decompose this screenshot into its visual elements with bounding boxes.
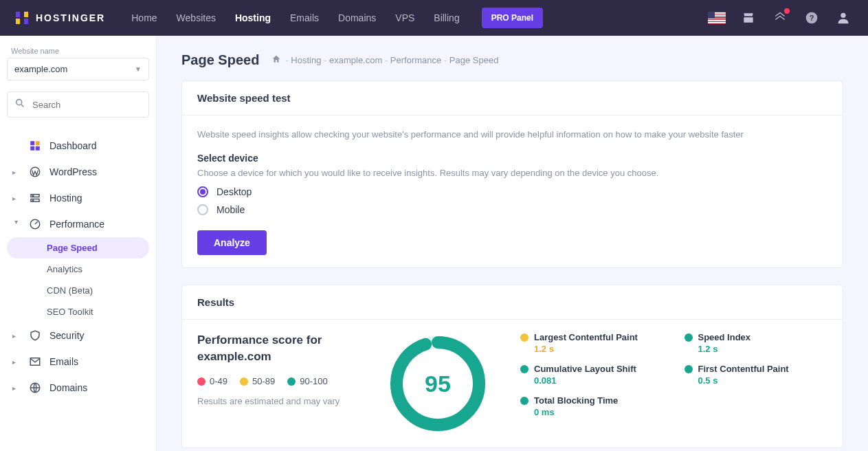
breadcrumb-item[interactable]: example.com (329, 55, 382, 65)
select-device-label: Select device (197, 153, 827, 164)
wp-icon (29, 166, 41, 178)
svg-rect-5 (36, 141, 40, 145)
legend-item: 90-100 (287, 376, 327, 386)
device-option-mobile[interactable]: Mobile (197, 204, 827, 215)
radio-icon (197, 204, 208, 215)
sidebar-item-domains[interactable]: ▸Domains (7, 375, 149, 401)
brand-logo[interactable]: HOSTINGER (14, 10, 105, 26)
chevron-icon: ▸ (12, 332, 21, 340)
website-selector-value: example.com (14, 64, 67, 74)
chevron-down-icon: ▼ (135, 65, 142, 73)
results-note: Results are estimated and may vary (197, 395, 355, 408)
results-card: Results Performance score for example.co… (181, 285, 843, 448)
nav-vps[interactable]: VPS (386, 7, 424, 29)
security-icon (29, 329, 41, 342)
chevron-icon: ▸ (12, 168, 21, 176)
analyze-button[interactable]: Analyze (197, 230, 267, 255)
sidebar-label: WordPress (49, 166, 97, 177)
breadcrumb-item[interactable]: Page Speed (449, 55, 499, 65)
nav-domains[interactable]: Domains (329, 7, 386, 29)
metric-total-blocking-time: Total Blocking Time0 ms (520, 395, 664, 417)
sidebar-item-performance[interactable]: ▸Performance (7, 211, 149, 237)
legend-item: 50-89 (240, 376, 275, 386)
metrics-grid: Largest Contentful Paint1.2 sSpeed Index… (520, 332, 827, 417)
sidebar-label: Performance (49, 219, 104, 230)
nav-billing[interactable]: Billing (424, 7, 469, 29)
sidebar-label: Security (49, 330, 85, 341)
sidebar: Website name example.com ▼ Dashboard▸Wor… (0, 36, 157, 451)
pro-panel-button[interactable]: PRO Panel (482, 8, 543, 28)
page-title: Page Speed (181, 52, 259, 68)
nav-emails[interactable]: Emails (280, 7, 329, 29)
score-heading: Performance score for example.com (197, 332, 355, 365)
top-nav: HOSTINGER HomeWebsitesHostingEmailsDomai… (0, 0, 868, 36)
breadcrumb: - Hosting - example.com - Performance - … (271, 54, 498, 66)
score-legend: 0-4950-8990-100 (197, 376, 355, 386)
radio-icon (197, 186, 208, 197)
sidebar-label: Dashboard (49, 140, 97, 151)
account-icon[interactable] (832, 7, 854, 29)
select-device-desc: Choose a device for which you would like… (197, 166, 827, 180)
card-title: Website speed test (182, 81, 843, 116)
nav-hosting[interactable]: Hosting (225, 7, 280, 29)
svg-point-3 (16, 100, 22, 105)
locale-flag-icon[interactable] (706, 7, 728, 29)
sidebar-label: Emails (49, 356, 78, 367)
sidebar-sub-seo-toolkit[interactable]: SEO Toolkit (7, 301, 149, 322)
chevron-icon: ▸ (12, 384, 21, 392)
sidebar-label: Hosting (49, 192, 82, 204)
breadcrumb-item[interactable]: Hosting (291, 55, 321, 65)
store-icon[interactable] (737, 7, 759, 29)
svg-text:?: ? (810, 14, 814, 22)
svg-point-2 (841, 13, 845, 18)
search-input[interactable] (32, 100, 142, 110)
sidebar-item-wordpress[interactable]: ▸WordPress (7, 159, 149, 185)
nav-home[interactable]: Home (122, 7, 166, 29)
breadcrumb-item[interactable]: Performance (390, 55, 441, 65)
sidebar-sub-page-speed[interactable]: Page Speed (7, 237, 149, 258)
chevron-icon: ▸ (13, 220, 21, 228)
svg-rect-7 (36, 146, 40, 151)
nav-websites[interactable]: Websites (167, 7, 225, 29)
metric-speed-index: Speed Index1.2 s (685, 332, 828, 354)
legend-item: 0-49 (197, 376, 227, 386)
score-gauge: 95 (386, 332, 489, 435)
svg-rect-4 (30, 141, 34, 145)
notifications-icon[interactable] (769, 7, 791, 29)
sidebar-sub-cdn-beta-[interactable]: CDN (Beta) (7, 280, 149, 301)
website-selector-label: Website name (11, 47, 149, 55)
sidebar-label: Domains (49, 382, 87, 393)
svg-rect-6 (30, 146, 34, 151)
logo-icon (14, 10, 30, 26)
sidebar-item-security[interactable]: ▸Security (7, 322, 149, 349)
sidebar-sub-analytics[interactable]: Analytics (7, 258, 149, 280)
metric-largest-contentful-paint: Largest Contentful Paint1.2 s (520, 332, 664, 354)
sidebar-item-dashboard[interactable]: Dashboard (7, 133, 149, 159)
sidebar-item-hosting[interactable]: ▸Hosting (7, 185, 149, 211)
chevron-icon: ▸ (12, 195, 21, 202)
score-value: 95 (386, 332, 489, 435)
speed-test-card: Website speed test Website speed insight… (181, 80, 843, 268)
svg-point-12 (32, 200, 34, 201)
svg-point-11 (32, 195, 34, 197)
metric-first-contentful-paint: First Contentful Paint0.5 s (685, 364, 828, 386)
sidebar-item-emails[interactable]: ▸Emails (7, 349, 149, 375)
search-icon (14, 98, 25, 111)
main-content: Page Speed - Hosting - example.com - Per… (157, 36, 868, 451)
radio-label: Desktop (216, 186, 252, 197)
device-option-desktop[interactable]: Desktop (197, 186, 827, 197)
home-icon[interactable] (271, 54, 281, 66)
help-icon[interactable]: ? (801, 7, 823, 29)
sidebar-search[interactable] (7, 91, 149, 118)
results-title: Results (182, 285, 843, 320)
emails-icon (29, 355, 41, 368)
card-description: Website speed insights allow checking yo… (197, 128, 827, 142)
website-selector[interactable]: example.com ▼ (7, 58, 149, 80)
domains-icon (29, 382, 41, 394)
chevron-icon: ▸ (12, 358, 21, 366)
radio-label: Mobile (216, 204, 245, 215)
hosting-icon (29, 192, 41, 204)
metric-cumulative-layout-shift: Cumulative Layout Shift0.081 (520, 364, 664, 386)
perf-icon (29, 218, 41, 230)
brand-name: HOSTINGER (36, 12, 105, 23)
